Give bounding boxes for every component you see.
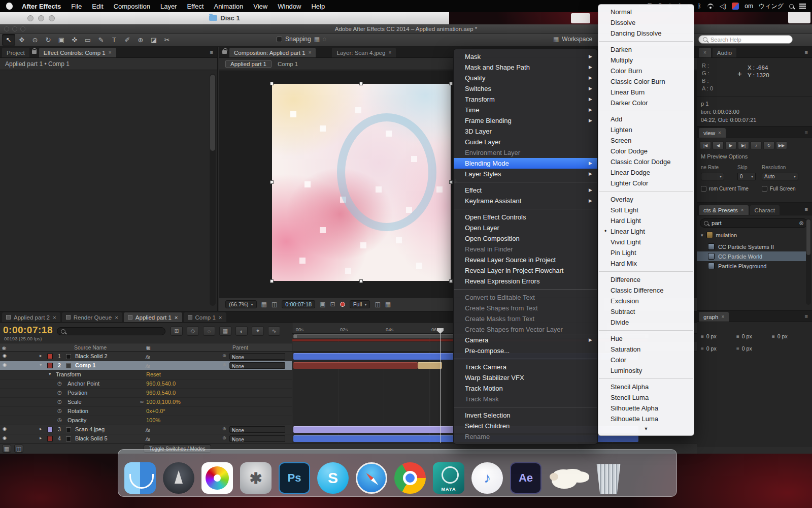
- context-menu-item[interactable]: Mask and Shape Path: [454, 62, 597, 73]
- layer-visibility-toggle[interactable]: ◉: [3, 353, 7, 358]
- roto-brush-tool[interactable]: ✂: [160, 34, 174, 46]
- close-icon[interactable]: ×: [175, 314, 178, 321]
- anchor-point-row[interactable]: ◷ Anchor Point 960.0,540.0: [0, 379, 292, 389]
- bluetooth-icon[interactable]: ᛒ: [698, 3, 701, 10]
- artwork-layer[interactable]: +: [272, 84, 451, 281]
- panel-menu-icon[interactable]: ≡: [805, 206, 810, 212]
- lock-icon[interactable]: [32, 50, 37, 54]
- ae-zoom-button[interactable]: [20, 26, 25, 31]
- context-menu-item[interactable]: Warp Stabilizer VFX: [454, 372, 597, 383]
- dock-launchpad-icon[interactable]: [163, 462, 194, 494]
- close-icon[interactable]: ×: [115, 314, 118, 321]
- tab-applied-part-2[interactable]: Applied part 2 ×: [2, 312, 60, 322]
- type-tool[interactable]: T: [108, 34, 121, 46]
- position-row[interactable]: ◷ Position 960.0,540.0: [0, 389, 292, 398]
- context-menu-item[interactable]: Effect: [454, 185, 597, 196]
- from-current-time-checkbox[interactable]: [701, 186, 706, 192]
- blending-mode-item[interactable]: Pin Light: [598, 247, 694, 258]
- snap-option-icon-2[interactable]: ◌: [323, 36, 326, 43]
- graph-editor-button[interactable]: ∿: [268, 326, 280, 336]
- layer-switch-icon[interactable]: fx: [146, 436, 150, 442]
- context-menu-item[interactable]: Quality: [454, 73, 597, 83]
- effect-item-cc-particle-systems-ii[interactable]: CC Particle Systems II: [697, 242, 806, 251]
- panel-menu-icon[interactable]: ≡: [210, 49, 215, 55]
- resolution-dropdown[interactable]: Auto▾: [762, 173, 798, 180]
- layer-twirl-icon[interactable]: ▸: [40, 435, 42, 440]
- context-menu-item[interactable]: Open Composition: [454, 233, 597, 244]
- layer-row-3[interactable]: ◉ ▸ 3 Scan 4.jpeg ⊙∕fx ⊚ None▾: [0, 425, 292, 434]
- brush-tool[interactable]: ✐: [121, 34, 134, 46]
- camera-icon[interactable]: ▣: [320, 301, 325, 308]
- selection-handle[interactable]: [270, 279, 274, 283]
- snapshot-icon[interactable]: ⊡: [330, 301, 335, 308]
- close-icon[interactable]: ×: [703, 50, 706, 55]
- tab-character[interactable]: Charact: [750, 205, 780, 215]
- layer-label-chip[interactable]: [47, 363, 53, 368]
- layer-name[interactable]: Black Solid 2: [75, 353, 108, 359]
- stopwatch-icon[interactable]: ◷: [57, 408, 62, 414]
- selection-handle[interactable]: [449, 82, 453, 85]
- transparency-grid-icon[interactable]: ▦: [385, 301, 391, 308]
- blending-mode-item[interactable]: Saturation: [598, 344, 694, 355]
- layer-name[interactable]: Black Solid 5: [75, 435, 108, 441]
- parent-dropdown[interactable]: None▾: [229, 426, 285, 433]
- panel-menu-icon[interactable]: ≡: [805, 49, 810, 55]
- viewer-timecode[interactable]: 0:00:07:18: [282, 300, 315, 308]
- blending-mode-item[interactable]: Stencil Alpha: [598, 382, 694, 392]
- close-icon[interactable]: ×: [718, 130, 721, 136]
- blending-mode-item[interactable]: Silhouette Alpha: [598, 403, 694, 414]
- zoom-tool[interactable]: ⊙: [28, 34, 42, 46]
- close-icon[interactable]: ×: [109, 50, 112, 55]
- context-menu-item[interactable]: Rename: [454, 431, 597, 442]
- show-channels-icon[interactable]: [340, 302, 345, 307]
- blending-mode-item[interactable]: Color Burn: [598, 66, 694, 76]
- workspace-control[interactable]: ▦ Workspace: [553, 36, 592, 43]
- selection-handle[interactable]: [359, 82, 363, 85]
- dock-after-effects-icon[interactable]: Ae: [510, 462, 542, 494]
- context-menu-item[interactable]: Transform: [454, 94, 597, 105]
- scrollbar-thumb[interactable]: [806, 219, 810, 255]
- dock-chrome-icon[interactable]: [394, 462, 426, 494]
- blending-mode-item[interactable]: Luminosity: [598, 365, 694, 376]
- blending-mode-item[interactable]: Screen: [598, 135, 694, 146]
- apple-menu-icon[interactable]: [6, 3, 13, 10]
- stopwatch-icon[interactable]: ◷: [57, 380, 62, 386]
- layer-bar-2-trim[interactable]: [418, 362, 442, 369]
- context-menu-item[interactable]: Invert Selection: [454, 410, 597, 421]
- first-frame-button[interactable]: |◀: [700, 141, 711, 149]
- context-menu-item[interactable]: Layer Styles: [454, 169, 597, 179]
- layer-bar-2[interactable]: [293, 362, 418, 369]
- blending-mode-item[interactable]: Color Dodge: [598, 146, 694, 156]
- blending-mode-item[interactable]: Dissolve: [598, 17, 694, 28]
- layer-switch-icon[interactable]: fx: [146, 363, 150, 369]
- tab-comp-1[interactable]: Comp 1 ×: [184, 312, 226, 322]
- blending-mode-item[interactable]: Darker Color: [598, 98, 694, 108]
- blending-mode-item[interactable]: Divide: [598, 317, 694, 328]
- layer-visibility-toggle[interactable]: ◉: [3, 362, 7, 367]
- stopwatch-icon[interactable]: ◷: [57, 390, 62, 395]
- breadcrumb-current-comp[interactable]: Applied part 1: [225, 60, 272, 68]
- ram-preview-button[interactable]: ▶▶: [776, 141, 787, 149]
- effects-category-row[interactable]: ▾ mulation: [701, 232, 737, 238]
- context-menu-item[interactable]: Environment Layer: [454, 147, 597, 158]
- layer-name[interactable]: Scan 4.jpeg: [75, 426, 105, 432]
- context-menu-item[interactable]: Create Masks from Text: [454, 313, 597, 324]
- blending-mode-item[interactable]: Overlay: [598, 194, 694, 205]
- tab-effects-presets[interactable]: cts & Presets ×: [699, 205, 749, 215]
- blending-mode-item[interactable]: Hard Mix: [598, 258, 694, 269]
- blending-mode-item[interactable]: Classic Color Burn: [598, 76, 694, 87]
- snapping-checkbox[interactable]: [277, 37, 282, 42]
- close-icon[interactable]: ×: [388, 50, 391, 55]
- blending-mode-item[interactable]: Hard Light: [598, 215, 694, 226]
- context-menu-item[interactable]: Reveal in Finder: [454, 244, 597, 255]
- parent-dropdown[interactable]: None▾: [229, 353, 285, 360]
- blending-mode-item[interactable]: Classic Difference: [598, 285, 694, 296]
- blending-mode-item[interactable]: Color: [598, 355, 694, 365]
- property-label[interactable]: Scale: [67, 399, 82, 405]
- blending-mode-item[interactable]: Subtract: [598, 306, 694, 317]
- blending-mode-item[interactable]: Exclusion: [598, 296, 694, 306]
- property-value[interactable]: 100.0,100.0%: [146, 399, 181, 405]
- layer-visibility-toggle[interactable]: ◉: [3, 435, 7, 440]
- menu-scroll-down-icon[interactable]: ▼: [598, 424, 694, 433]
- frame-rate-dropdown[interactable]: ▾: [701, 173, 724, 180]
